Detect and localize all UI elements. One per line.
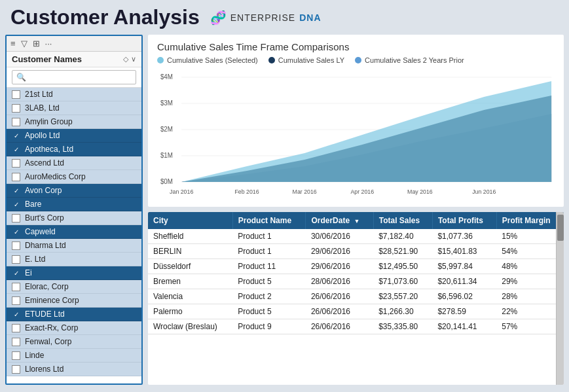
sort-arrow: ▼ xyxy=(354,218,359,224)
legend-dot xyxy=(268,57,275,63)
grid-icon[interactable]: ⊞ xyxy=(33,39,40,48)
list-item[interactable]: 21st Ltd xyxy=(7,88,141,101)
customer-name-label: Eminence Corp xyxy=(25,296,79,305)
list-item[interactable]: Llorens Ltd xyxy=(7,363,141,376)
list-item[interactable]: Linde xyxy=(7,349,141,363)
list-item[interactable]: Fenwal, Corp xyxy=(7,335,141,349)
customer-name-label: ETUDE Ltd xyxy=(25,310,65,319)
checkbox: ✓ xyxy=(12,310,20,319)
table-row: ValenciaProduct 226/06/2016$23,557.20$6,… xyxy=(148,289,564,304)
list-item[interactable]: Ascend Ltd xyxy=(7,156,141,170)
svg-text:Apr 2016: Apr 2016 xyxy=(350,188,374,195)
legend-dot xyxy=(355,57,361,63)
header-logo: 🧬 ENTERPRISE DNA xyxy=(210,10,321,26)
list-item[interactable]: ✓Ei xyxy=(7,266,141,280)
checkbox xyxy=(12,338,20,346)
table-cell: Product 1 xyxy=(232,244,306,259)
table-cell: $12,495.50 xyxy=(373,259,432,274)
table-cell: 48% xyxy=(496,259,564,274)
header: Customer Analysis 🧬 ENTERPRISE DNA xyxy=(0,0,569,35)
clear-icon[interactable]: ◇ xyxy=(123,55,128,63)
filter-icon[interactable]: ▽ xyxy=(21,39,28,48)
table-row: BremenProduct 528/06/2016$71,073.60$20,6… xyxy=(148,274,564,289)
table-cell: 57% xyxy=(496,319,564,334)
checkbox xyxy=(12,324,20,332)
list-item[interactable]: ✓Bare xyxy=(7,198,141,211)
customer-name-label: Fenwal, Corp xyxy=(25,337,71,346)
table-panel: City Product Name OrderDate ▼ Total Sale… xyxy=(148,212,564,385)
list-item[interactable]: E. Ltd xyxy=(7,253,141,266)
col-sales[interactable]: Total Sales xyxy=(373,212,432,229)
col-city[interactable]: City xyxy=(148,212,232,229)
table-cell: $15,401.83 xyxy=(432,244,496,259)
table-cell: 29/06/2016 xyxy=(306,259,373,274)
list-item[interactable]: Amylin Group xyxy=(7,115,141,129)
table-cell: Product 5 xyxy=(232,304,306,319)
table-cell: $28,521.90 xyxy=(373,244,432,259)
table-scrollbar[interactable] xyxy=(556,212,564,385)
menu-icon[interactable]: ≡ xyxy=(10,39,16,48)
table-cell: $5,997.84 xyxy=(432,259,496,274)
list-item[interactable]: ✓Capweld xyxy=(7,225,141,239)
legend-item: Cumulative Sales LY xyxy=(268,56,344,64)
svg-text:$3M: $3M xyxy=(160,99,173,107)
filter-header-icons: ◇ ∨ xyxy=(123,55,136,63)
more-icon[interactable]: ··· xyxy=(45,39,52,48)
customer-name-label: AuroMedics Corp xyxy=(25,172,86,181)
expand-icon[interactable]: ∨ xyxy=(131,55,136,63)
table-cell: 28/06/2016 xyxy=(306,274,373,289)
legend-label: Cumulative Sales (Selected) xyxy=(167,56,258,64)
list-item[interactable]: ✓Apollo Ltd xyxy=(7,129,141,143)
checkbox: ✓ xyxy=(12,269,20,277)
list-item[interactable]: Dharma Ltd xyxy=(7,239,141,253)
customer-name-label: Ei xyxy=(25,268,32,277)
checkbox xyxy=(12,173,20,181)
table-header-row: City Product Name OrderDate ▼ Total Sale… xyxy=(148,212,564,229)
table-cell: 29% xyxy=(496,274,564,289)
table-cell: 30/06/2016 xyxy=(306,229,373,244)
filter-header: Customer Names ◇ ∨ xyxy=(7,52,141,67)
list-item[interactable]: Elorac, Corp xyxy=(7,280,141,294)
list-item[interactable]: Burt's Corp xyxy=(7,211,141,225)
customer-name-label: Elorac, Corp xyxy=(25,282,69,291)
table-cell: $20,611.34 xyxy=(432,274,496,289)
checkbox: ✓ xyxy=(12,228,20,236)
search-box xyxy=(7,67,141,88)
svg-text:Jun 2016: Jun 2016 xyxy=(472,188,496,195)
table-cell: Product 2 xyxy=(232,289,306,304)
customer-name-label: Apotheca, Ltd xyxy=(25,145,73,154)
list-item[interactable]: Eminence Corp xyxy=(7,294,141,308)
search-input[interactable] xyxy=(12,70,136,84)
legend-dot xyxy=(157,57,164,63)
dna-icon: 🧬 xyxy=(210,10,227,26)
list-item[interactable]: Exact-Rx, Corp xyxy=(7,321,141,335)
table-cell: $1,266.30 xyxy=(373,304,432,319)
customer-list[interactable]: 21st Ltd3LAB, LtdAmylin Group✓Apollo Ltd… xyxy=(7,88,141,383)
list-item[interactable]: ✓Apotheca, Ltd xyxy=(7,143,141,156)
list-item[interactable]: 3LAB, Ltd xyxy=(7,101,141,115)
col-product[interactable]: Product Name xyxy=(232,212,306,229)
customer-name-label: Capweld xyxy=(25,227,56,236)
list-item[interactable]: AuroMedics Corp xyxy=(7,170,141,184)
table-cell: Product 1 xyxy=(232,229,306,244)
toolbar-icons: ≡ ▽ ⊞ ··· xyxy=(10,39,52,48)
table-cell: Product 11 xyxy=(232,259,306,274)
page-wrapper: Customer Analysis 🧬 ENTERPRISE DNA ≡ ▽ ⊞… xyxy=(0,0,569,392)
checkbox xyxy=(12,365,20,374)
col-date[interactable]: OrderDate ▼ xyxy=(306,212,373,229)
main-area: Cumulative Sales Time Frame Comparisons … xyxy=(148,35,564,385)
list-item[interactable]: ✓Avon Corp xyxy=(7,184,141,198)
list-item[interactable]: ✓ETUDE Ltd xyxy=(7,308,141,321)
filter-panel: ≡ ▽ ⊞ ··· Customer Names ◇ ∨ 21st Ltd3LA… xyxy=(5,35,143,385)
customer-name-label: Amylin Group xyxy=(25,117,73,126)
checkbox: ✓ xyxy=(12,132,20,140)
table-cell: $7,182.40 xyxy=(373,229,432,244)
chart-panel: Cumulative Sales Time Frame Comparisons … xyxy=(148,35,564,207)
customer-name-label: Avon Corp xyxy=(25,186,62,195)
col-margin[interactable]: Profit Margin xyxy=(496,212,564,229)
svg-text:Feb 2016: Feb 2016 xyxy=(234,188,259,195)
customer-name-label: Ascend Ltd xyxy=(25,158,64,168)
table-cell: Product 5 xyxy=(232,274,306,289)
customer-name-label: Exact-Rx, Corp xyxy=(25,323,78,332)
col-profits[interactable]: Total Profits xyxy=(432,212,496,229)
